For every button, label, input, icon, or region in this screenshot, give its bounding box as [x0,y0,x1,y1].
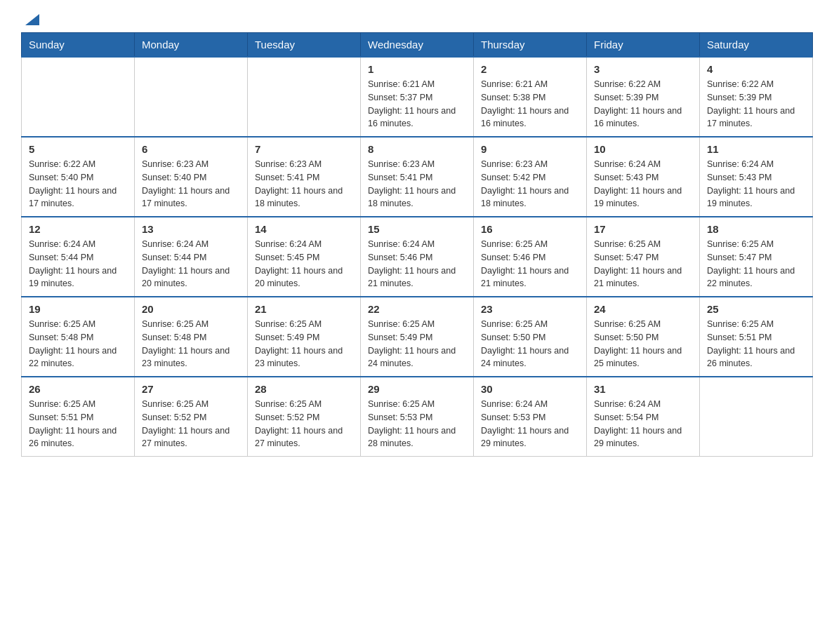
day-number: 9 [481,143,579,155]
calendar-week-3: 12Sunrise: 6:24 AM Sunset: 5:44 PM Dayli… [22,217,813,297]
page-header [21,14,813,25]
day-number: 21 [255,303,353,315]
day-number: 16 [481,223,579,235]
day-number: 20 [142,303,240,315]
calendar-cell: 10Sunrise: 6:24 AM Sunset: 5:43 PM Dayli… [587,137,700,217]
day-info: Sunrise: 6:25 AM Sunset: 5:47 PM Dayligh… [594,238,692,290]
day-number: 31 [594,383,692,395]
calendar-cell: 24Sunrise: 6:25 AM Sunset: 5:50 PM Dayli… [587,297,700,377]
calendar-cell: 4Sunrise: 6:22 AM Sunset: 5:39 PM Daylig… [700,57,813,137]
day-info: Sunrise: 6:25 AM Sunset: 5:49 PM Dayligh… [368,318,466,370]
svg-marker-0 [25,14,39,25]
day-info: Sunrise: 6:25 AM Sunset: 5:51 PM Dayligh… [707,318,805,370]
logo [21,14,42,25]
calendar-week-1: 1Sunrise: 6:21 AM Sunset: 5:37 PM Daylig… [22,57,813,137]
day-number: 29 [368,383,466,395]
day-info: Sunrise: 6:25 AM Sunset: 5:50 PM Dayligh… [481,318,579,370]
day-info: Sunrise: 6:25 AM Sunset: 5:46 PM Dayligh… [481,238,579,290]
day-info: Sunrise: 6:25 AM Sunset: 5:48 PM Dayligh… [29,318,127,370]
day-number: 15 [368,223,466,235]
day-number: 17 [594,223,692,235]
day-info: Sunrise: 6:25 AM Sunset: 5:50 PM Dayligh… [594,318,692,370]
day-info: Sunrise: 6:23 AM Sunset: 5:42 PM Dayligh… [481,158,579,210]
weekday-header-thursday: Thursday [474,33,587,58]
calendar-cell: 16Sunrise: 6:25 AM Sunset: 5:46 PM Dayli… [474,217,587,297]
day-number: 2 [481,63,579,75]
day-number: 4 [707,63,805,75]
calendar-cell: 22Sunrise: 6:25 AM Sunset: 5:49 PM Dayli… [361,297,474,377]
day-number: 25 [707,303,805,315]
weekday-header-friday: Friday [587,33,700,58]
day-info: Sunrise: 6:24 AM Sunset: 5:45 PM Dayligh… [255,238,353,290]
calendar-cell: 26Sunrise: 6:25 AM Sunset: 5:51 PM Dayli… [22,377,135,457]
calendar-table: SundayMondayTuesdayWednesdayThursdayFrid… [21,32,813,457]
calendar-week-2: 5Sunrise: 6:22 AM Sunset: 5:40 PM Daylig… [22,137,813,217]
weekday-header-wednesday: Wednesday [361,33,474,58]
calendar-cell: 31Sunrise: 6:24 AM Sunset: 5:54 PM Dayli… [587,377,700,457]
calendar-body: 1Sunrise: 6:21 AM Sunset: 5:37 PM Daylig… [22,57,813,457]
day-info: Sunrise: 6:21 AM Sunset: 5:38 PM Dayligh… [481,78,579,130]
calendar-cell: 17Sunrise: 6:25 AM Sunset: 5:47 PM Dayli… [587,217,700,297]
day-info: Sunrise: 6:25 AM Sunset: 5:47 PM Dayligh… [707,238,805,290]
day-info: Sunrise: 6:25 AM Sunset: 5:49 PM Dayligh… [255,318,353,370]
calendar-cell: 7Sunrise: 6:23 AM Sunset: 5:41 PM Daylig… [248,137,361,217]
calendar-cell: 11Sunrise: 6:24 AM Sunset: 5:43 PM Dayli… [700,137,813,217]
day-info: Sunrise: 6:22 AM Sunset: 5:40 PM Dayligh… [29,158,127,210]
calendar-cell: 29Sunrise: 6:25 AM Sunset: 5:53 PM Dayli… [361,377,474,457]
day-info: Sunrise: 6:23 AM Sunset: 5:41 PM Dayligh… [255,158,353,210]
calendar-cell [700,377,813,457]
day-info: Sunrise: 6:21 AM Sunset: 5:37 PM Dayligh… [368,78,466,130]
day-info: Sunrise: 6:25 AM Sunset: 5:53 PM Dayligh… [368,398,466,450]
day-number: 14 [255,223,353,235]
day-number: 18 [707,223,805,235]
day-number: 28 [255,383,353,395]
day-info: Sunrise: 6:24 AM Sunset: 5:44 PM Dayligh… [29,238,127,290]
day-number: 1 [368,63,466,75]
calendar-cell: 1Sunrise: 6:21 AM Sunset: 5:37 PM Daylig… [361,57,474,137]
calendar-cell: 9Sunrise: 6:23 AM Sunset: 5:42 PM Daylig… [474,137,587,217]
day-info: Sunrise: 6:23 AM Sunset: 5:40 PM Dayligh… [142,158,240,210]
calendar-cell: 25Sunrise: 6:25 AM Sunset: 5:51 PM Dayli… [700,297,813,377]
day-number: 26 [29,383,127,395]
calendar-cell [22,57,135,137]
calendar-cell: 23Sunrise: 6:25 AM Sunset: 5:50 PM Dayli… [474,297,587,377]
calendar-cell: 20Sunrise: 6:25 AM Sunset: 5:48 PM Dayli… [135,297,248,377]
calendar-week-5: 26Sunrise: 6:25 AM Sunset: 5:51 PM Dayli… [22,377,813,457]
calendar-cell: 18Sunrise: 6:25 AM Sunset: 5:47 PM Dayli… [700,217,813,297]
day-info: Sunrise: 6:24 AM Sunset: 5:44 PM Dayligh… [142,238,240,290]
day-info: Sunrise: 6:25 AM Sunset: 5:48 PM Dayligh… [142,318,240,370]
day-info: Sunrise: 6:24 AM Sunset: 5:54 PM Dayligh… [594,398,692,450]
weekday-header-sunday: Sunday [22,33,135,58]
calendar-cell: 3Sunrise: 6:22 AM Sunset: 5:39 PM Daylig… [587,57,700,137]
calendar-cell: 28Sunrise: 6:25 AM Sunset: 5:52 PM Dayli… [248,377,361,457]
calendar-cell: 14Sunrise: 6:24 AM Sunset: 5:45 PM Dayli… [248,217,361,297]
day-number: 6 [142,143,240,155]
calendar-cell: 19Sunrise: 6:25 AM Sunset: 5:48 PM Dayli… [22,297,135,377]
day-number: 22 [368,303,466,315]
day-number: 19 [29,303,127,315]
calendar-cell: 21Sunrise: 6:25 AM Sunset: 5:49 PM Dayli… [248,297,361,377]
calendar-cell [135,57,248,137]
calendar-cell: 30Sunrise: 6:24 AM Sunset: 5:53 PM Dayli… [474,377,587,457]
calendar-cell: 2Sunrise: 6:21 AM Sunset: 5:38 PM Daylig… [474,57,587,137]
day-number: 3 [594,63,692,75]
day-info: Sunrise: 6:22 AM Sunset: 5:39 PM Dayligh… [707,78,805,130]
day-number: 10 [594,143,692,155]
weekday-header-row: SundayMondayTuesdayWednesdayThursdayFrid… [22,33,813,58]
day-number: 7 [255,143,353,155]
day-info: Sunrise: 6:25 AM Sunset: 5:52 PM Dayligh… [255,398,353,450]
day-number: 27 [142,383,240,395]
day-info: Sunrise: 6:22 AM Sunset: 5:39 PM Dayligh… [594,78,692,130]
calendar-week-4: 19Sunrise: 6:25 AM Sunset: 5:48 PM Dayli… [22,297,813,377]
calendar-cell [248,57,361,137]
weekday-header-tuesday: Tuesday [248,33,361,58]
logo-triangle-icon [25,14,39,25]
calendar-cell: 15Sunrise: 6:24 AM Sunset: 5:46 PM Dayli… [361,217,474,297]
weekday-header-monday: Monday [135,33,248,58]
day-info: Sunrise: 6:25 AM Sunset: 5:52 PM Dayligh… [142,398,240,450]
day-info: Sunrise: 6:24 AM Sunset: 5:53 PM Dayligh… [481,398,579,450]
day-info: Sunrise: 6:24 AM Sunset: 5:43 PM Dayligh… [707,158,805,210]
weekday-header-saturday: Saturday [700,33,813,58]
day-number: 13 [142,223,240,235]
day-info: Sunrise: 6:25 AM Sunset: 5:51 PM Dayligh… [29,398,127,450]
